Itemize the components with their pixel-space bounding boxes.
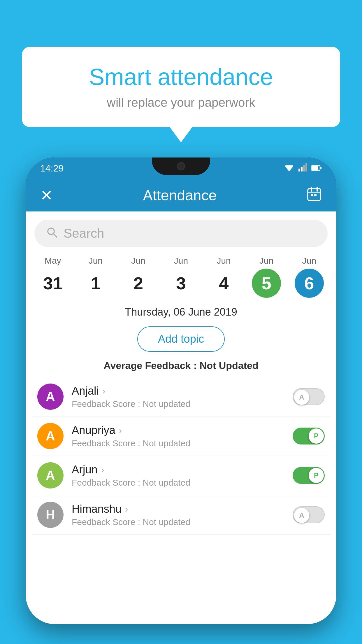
student-avatar-2: A xyxy=(37,462,64,489)
svg-rect-13 xyxy=(311,194,313,196)
signal-icon xyxy=(298,163,307,174)
svg-point-15 xyxy=(48,228,54,235)
date-month: Jun xyxy=(89,256,103,266)
student-feedback-3: Feedback Score : Not updated xyxy=(72,517,293,527)
date-month: Jun xyxy=(217,256,231,266)
student-list: AAnjali ›Feedback Score : Not updatedAAA… xyxy=(26,377,336,535)
toggle-knob-0: A xyxy=(294,390,309,405)
date-item-4[interactable]: Jun4 xyxy=(202,256,245,298)
add-topic-wrap: Add topic xyxy=(26,322,336,356)
svg-rect-8 xyxy=(312,166,318,170)
average-feedback: Average Feedback : Not Updated xyxy=(26,360,336,371)
app-header: ✕ Attendance xyxy=(26,179,336,211)
status-time: 14:29 xyxy=(40,163,64,174)
avg-feedback-label: Average Feedback : xyxy=(103,360,199,371)
attendance-toggle-1[interactable]: P xyxy=(293,428,325,444)
date-month: Jun xyxy=(174,256,188,266)
student-item-1[interactable]: AAnupriya ›Feedback Score : Not updatedP xyxy=(31,416,331,456)
chevron-right-icon: › xyxy=(125,504,128,514)
date-item-6[interactable]: Jun6 xyxy=(288,256,331,298)
bubble-title: Smart attendance xyxy=(45,64,317,90)
selected-date-text: Thursday, 06 June 2019 xyxy=(125,306,237,318)
date-number[interactable]: 1 xyxy=(81,269,110,298)
student-info-2: Arjun ›Feedback Score : Not updated xyxy=(72,463,293,488)
date-number[interactable]: 2 xyxy=(124,269,153,298)
student-info-0: Anjali ›Feedback Score : Not updated xyxy=(72,385,293,409)
student-name-1: Anupriya › xyxy=(72,424,293,437)
date-number[interactable]: 3 xyxy=(166,269,196,298)
close-button[interactable]: ✕ xyxy=(40,187,53,204)
date-item-2[interactable]: Jun2 xyxy=(117,256,160,298)
student-item-3[interactable]: HHimanshu ›Feedback Score : Not updatedA xyxy=(31,495,331,535)
svg-rect-5 xyxy=(305,163,307,172)
svg-rect-14 xyxy=(314,194,317,196)
calendar-icon[interactable] xyxy=(307,186,322,205)
svg-rect-2 xyxy=(298,169,300,172)
toggle-knob-1: P xyxy=(309,428,324,444)
date-item-5[interactable]: Jun5 xyxy=(245,256,288,298)
date-carousel: May31Jun1Jun2Jun3Jun4Jun5Jun6 xyxy=(26,253,336,301)
front-camera xyxy=(177,162,185,170)
student-avatar-1: A xyxy=(37,423,64,449)
student-name-0: Anjali › xyxy=(72,385,293,397)
date-month: Jun xyxy=(302,256,316,266)
student-feedback-2: Feedback Score : Not updated xyxy=(72,478,293,488)
student-info-3: Himanshu ›Feedback Score : Not updated xyxy=(72,503,293,527)
date-month: Jun xyxy=(131,256,145,266)
phone-frame: 14:29 xyxy=(26,158,336,624)
svg-rect-4 xyxy=(303,165,305,172)
student-item-0[interactable]: AAnjali ›Feedback Score : Not updatedA xyxy=(31,377,331,416)
student-name-3: Himanshu › xyxy=(72,503,293,515)
toggle-knob-2: P xyxy=(309,468,324,483)
speech-bubble-container: Smart attendance will replace your paper… xyxy=(22,47,340,127)
search-input[interactable]: Search xyxy=(64,226,104,241)
date-item-3[interactable]: Jun3 xyxy=(160,256,203,298)
svg-rect-3 xyxy=(301,167,303,172)
search-icon xyxy=(46,226,58,241)
header-title: Attendance xyxy=(53,187,307,204)
date-number[interactable]: 4 xyxy=(209,269,238,298)
date-item-1[interactable]: Jun1 xyxy=(74,256,117,298)
date-number[interactable]: 31 xyxy=(38,269,67,298)
student-avatar-3: H xyxy=(37,502,64,528)
date-item-0[interactable]: May31 xyxy=(31,256,74,298)
date-number[interactable]: 6 xyxy=(295,269,324,298)
svg-line-16 xyxy=(54,234,57,237)
svg-rect-7 xyxy=(320,167,321,169)
speech-bubble: Smart attendance will replace your paper… xyxy=(22,47,340,127)
phone-notch xyxy=(152,158,210,175)
student-item-2[interactable]: AArjun ›Feedback Score : Not updatedP xyxy=(31,456,331,495)
search-bar[interactable]: Search xyxy=(34,220,328,247)
date-month: May xyxy=(45,256,61,266)
student-feedback-1: Feedback Score : Not updated xyxy=(72,438,293,448)
date-number[interactable]: 5 xyxy=(252,269,281,298)
bubble-subtitle: will replace your paperwork xyxy=(45,96,317,110)
toggle-knob-3: A xyxy=(294,508,309,523)
status-icons xyxy=(284,163,322,174)
avg-feedback-value: Not Updated xyxy=(200,360,259,371)
phone-container: 14:29 xyxy=(26,158,336,624)
student-avatar-0: A xyxy=(37,384,64,410)
attendance-toggle-0[interactable]: A xyxy=(293,388,325,405)
selected-date-info: Thursday, 06 June 2019 xyxy=(26,306,336,318)
chevron-right-icon: › xyxy=(119,425,122,436)
add-topic-button[interactable]: Add topic xyxy=(137,326,225,352)
student-feedback-0: Feedback Score : Not updated xyxy=(72,399,293,409)
student-info-1: Anupriya ›Feedback Score : Not updated xyxy=(72,424,293,448)
chevron-right-icon: › xyxy=(101,464,104,475)
student-name-2: Arjun › xyxy=(72,463,293,476)
attendance-toggle-2[interactable]: P xyxy=(293,467,325,484)
chevron-right-icon: › xyxy=(102,386,106,396)
attendance-toggle-3[interactable]: A xyxy=(293,506,325,523)
battery-icon xyxy=(311,164,322,173)
app-content: Search May31Jun1Jun2Jun3Jun4Jun5Jun6 Thu… xyxy=(26,211,336,624)
date-month: Jun xyxy=(259,256,273,266)
wifi-icon xyxy=(284,163,294,174)
